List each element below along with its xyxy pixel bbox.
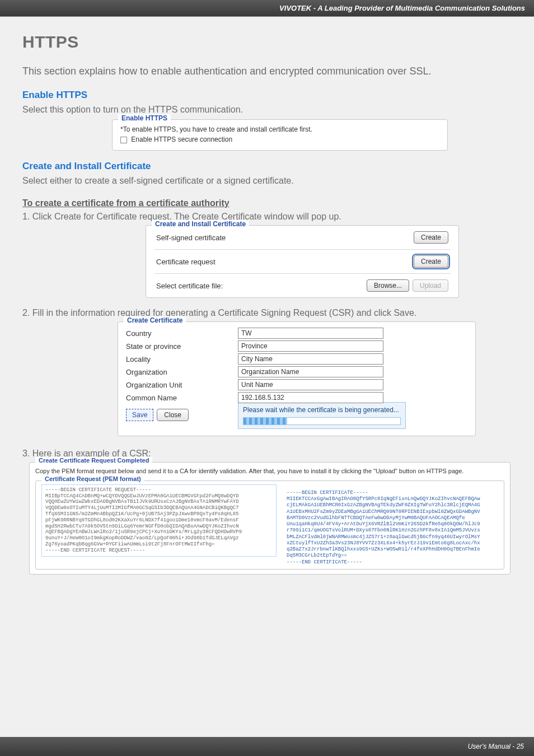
common-label: Common Name (126, 394, 238, 402)
pem-certificate-text: -----BEGIN CERTIFICATE----- MIIEKTCCAxGg… (287, 484, 498, 566)
create-self-signed-button[interactable]: Create (414, 231, 448, 244)
footer-bar: User's Manual - 25 (0, 737, 534, 756)
enable-https-note: *To enable HTTPS, you have to create and… (120, 125, 439, 133)
unit-label: Organization Unit (126, 381, 238, 389)
generating-message: Please wait while the certificate is bei… (238, 402, 406, 429)
locality-input[interactable] (238, 353, 383, 365)
csr-completed-fieldset: Create Certificate Request Completed Cop… (29, 462, 510, 574)
page-content: HTTPS This section explains how to enabl… (0, 17, 534, 575)
csr-completed-note: Copy the PEM format request below and se… (35, 467, 504, 475)
self-signed-label: Self-signed certificate (156, 234, 414, 242)
howto-heading: To create a certificate from a certifica… (22, 198, 512, 208)
pem-legend: Certificate Request (PEM format) (41, 475, 144, 482)
close-button[interactable]: Close (157, 409, 189, 421)
browse-button[interactable]: Browse... (367, 279, 409, 292)
enable-https-checkbox-label: Enable HTTPS secure connection (131, 136, 232, 143)
enable-https-legend: Enable HTTPS (118, 114, 171, 122)
section-enable-desc: Select this option to turn on the HTTPS … (22, 103, 512, 116)
section-create-desc: Select either to create a self-signed ce… (22, 174, 512, 187)
progress-bar (243, 417, 401, 425)
unit-input[interactable] (238, 379, 383, 390)
create-install-legend: Create and Install Certificate (152, 220, 249, 228)
org-input[interactable] (238, 366, 383, 377)
section-create-title: Create and Install Certificate (22, 161, 512, 172)
enable-https-fieldset: Enable HTTPS *To enable HTTPS, you have … (112, 119, 448, 151)
progress-fill (243, 418, 287, 424)
intro-paragraph: This section explains how to enable auth… (22, 64, 512, 78)
org-label: Organization (126, 368, 238, 376)
country-input[interactable] (238, 328, 383, 339)
state-label: State or province (126, 342, 238, 351)
create-certificate-legend: Create Certificate (124, 316, 186, 324)
create-certificate-fieldset: Create Certificate Country State or prov… (118, 321, 476, 436)
state-input[interactable] (238, 340, 383, 352)
page-title: HTTPS (22, 32, 512, 52)
locality-label: Locality (126, 355, 238, 363)
generating-message-text: Please wait while the certificate is bei… (243, 406, 399, 414)
enable-https-checkbox[interactable] (120, 137, 127, 143)
upload-button[interactable]: Upload (413, 279, 448, 292)
step-2: 2. Fill in the information required for … (22, 308, 512, 318)
create-install-fieldset: Create and Install Certificate Self-sign… (146, 225, 459, 298)
csr-completed-legend: Create Certificate Request Completed (35, 457, 152, 464)
select-cert-file-label: Select certificate file: (156, 282, 302, 290)
pem-request-text[interactable]: -----BEGIN CERTIFICATE REQUEST----- MIIB… (41, 484, 277, 557)
save-button[interactable]: Save (126, 409, 153, 421)
step-1: 1. Click Create for Certificate request.… (22, 212, 512, 222)
cert-request-label: Certificate request (156, 258, 414, 266)
pem-fieldset: Certificate Request (PEM format) -----BE… (35, 480, 504, 570)
section-enable-title: Enable HTTPS (22, 90, 512, 101)
top-brand-bar: VIVOTEK - A Leading Provider of Multimed… (0, 0, 534, 17)
create-cert-request-button[interactable]: Create (414, 255, 448, 268)
common-input[interactable] (238, 392, 383, 403)
country-label: Country (126, 329, 238, 338)
